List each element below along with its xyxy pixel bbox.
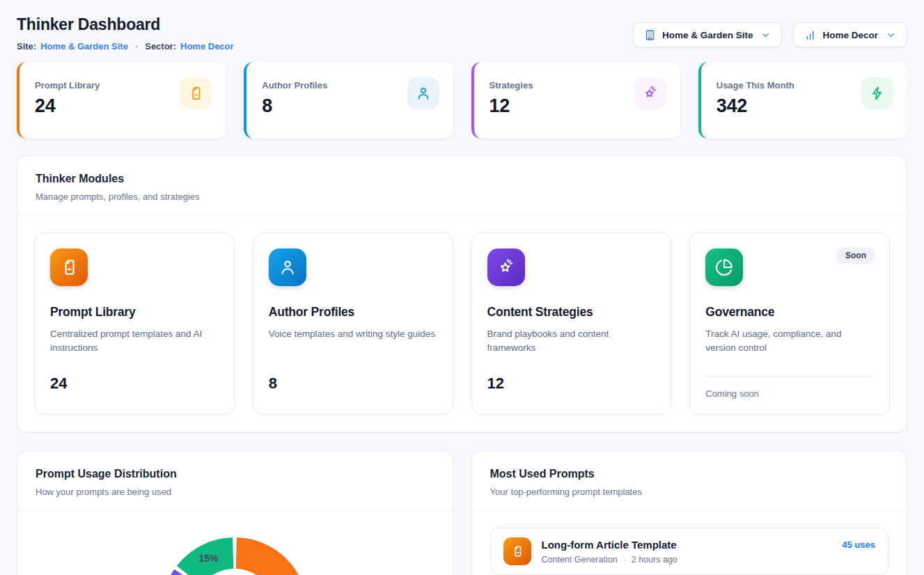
prompt-time: 2 hours ago [632, 555, 678, 565]
prompt-list-item[interactable]: Long-form Article Template Content Gener… [490, 528, 889, 575]
modules-section: Thinker Modules Manage prompts, profiles… [17, 155, 907, 432]
module-title: Content Strategies [487, 305, 656, 320]
document-icon-tile [50, 249, 88, 286]
sector-selector-label: Home Decor [822, 30, 878, 40]
document-icon-tile [180, 77, 212, 109]
module-title: Prompt Library [50, 305, 219, 320]
module-footer-text: Coming soon [705, 388, 874, 399]
stat-value: 24 [35, 95, 100, 117]
stat-info: Author Profiles 8 [262, 77, 327, 117]
usage-card-header: Prompt Usage Distribution How your promp… [17, 451, 453, 511]
stat-info: Prompt Library 24 [35, 77, 100, 117]
stat-value: 12 [490, 95, 533, 117]
dashboard-page: Thinker Dashboard Site: Home & Garden Si… [0, 0, 924, 575]
bottom-row: Prompt Usage Distribution How your promp… [17, 450, 907, 575]
selectors-group: Home & Garden Site Home Decor [633, 22, 907, 47]
chevron-down-icon [760, 30, 771, 40]
donut-chart: 45%25%15%15% [17, 511, 453, 575]
sparkle-star-icon-tile [487, 249, 525, 286]
most-used-prompts-card: Most Used Prompts Your top-performing pr… [471, 450, 908, 575]
modules-header: Thinker Modules Manage prompts, profiles… [17, 156, 907, 216]
stat-label: Author Profiles [262, 80, 327, 90]
building-icon [644, 29, 656, 41]
prompts-card-subtitle: Your top-performing prompt templates [490, 487, 889, 497]
pie-chart-icon-tile [705, 249, 743, 286]
module-footer: Coming soon [705, 368, 874, 399]
site-selector-label: Home & Garden Site [662, 30, 753, 40]
user-icon-tile [269, 249, 306, 286]
module-count: 8 [269, 375, 437, 393]
module-card[interactable]: Author Profiles Voice templates and writ… [253, 233, 453, 415]
stat-card: Strategies 12 [471, 62, 680, 139]
donut-chart-svg: 45%25%15%15% [155, 527, 315, 575]
donut-segment [236, 537, 308, 575]
module-title: Governance [705, 305, 874, 320]
usage-distribution-card: Prompt Usage Distribution How your promp… [17, 450, 453, 575]
module-description: Track AI usage, compliance, and version … [705, 327, 874, 368]
donut-segment-label: 15% [199, 553, 219, 564]
module-divider [705, 376, 874, 377]
sector-selector-button[interactable]: Home Decor [793, 22, 907, 47]
stat-value: 8 [262, 95, 327, 117]
prompt-item-body: Long-form Article Template Content Gener… [542, 539, 678, 565]
module-card[interactable]: Soon Governance Track AI usage, complian… [689, 233, 890, 415]
site-label: Site: [17, 41, 36, 52]
module-description: Centralized prompt templates and AI inst… [50, 327, 219, 368]
prompt-title: Long-form Article Template [542, 539, 678, 551]
page-title: Thinker Dashboard [17, 15, 234, 34]
stat-info: Strategies 12 [490, 77, 533, 117]
bar-chart-icon [804, 29, 816, 41]
lightning-icon-tile [861, 77, 893, 109]
stat-label: Usage This Month [717, 80, 794, 90]
title-block: Thinker Dashboard Site: Home & Garden Si… [17, 15, 234, 52]
site-selector-button[interactable]: Home & Garden Site [633, 22, 783, 47]
document-icon [503, 537, 531, 565]
user-icon-tile [407, 77, 439, 109]
site-link[interactable]: Home & Garden Site [40, 41, 128, 52]
prompts-card-title: Most Used Prompts [490, 468, 889, 480]
module-card[interactable]: Content Strategies Brand playbooks and c… [471, 233, 672, 415]
breadcrumb: Site: Home & Garden Site · Sector: Home … [17, 41, 234, 52]
prompt-category: Content Generation [542, 555, 618, 565]
stat-card: Prompt Library 24 [17, 62, 226, 139]
modules-title: Thinker Modules [36, 173, 888, 185]
stat-card: Author Profiles 8 [244, 62, 453, 139]
stat-card: Usage This Month 342 [698, 62, 907, 139]
stat-label: Prompt Library [35, 80, 100, 90]
sector-link[interactable]: Home Decor [180, 41, 234, 52]
module-count: 12 [487, 375, 656, 393]
module-description: Brand playbooks and content frameworks [487, 327, 656, 368]
stat-info: Usage This Month 342 [717, 77, 794, 117]
modules-grid: Prompt Library Centralized prompt templa… [17, 216, 907, 432]
prompt-uses-badge: 45 uses [842, 539, 875, 550]
module-title: Author Profiles [269, 305, 437, 320]
module-description: Voice templates and writing style guides [269, 327, 437, 368]
top-bar: Thinker Dashboard Site: Home & Garden Si… [17, 15, 907, 52]
soon-badge: Soon [836, 247, 875, 264]
sparkle-star-icon-tile [634, 77, 666, 109]
usage-card-title: Prompt Usage Distribution [36, 468, 434, 480]
modules-subtitle: Manage prompts, profiles, and strategies [36, 191, 888, 202]
stat-value: 342 [717, 95, 794, 117]
usage-card-subtitle: How your prompts are being used [36, 487, 434, 497]
prompt-list: Long-form Article Template Content Gener… [472, 511, 907, 575]
meta-separator: · [623, 555, 626, 565]
prompts-card-header: Most Used Prompts Your top-performing pr… [472, 451, 907, 511]
stat-label: Strategies [490, 80, 533, 90]
module-count: 24 [50, 375, 219, 393]
breadcrumb-separator: · [135, 41, 138, 52]
sector-label: Sector: [145, 41, 176, 52]
module-card[interactable]: Prompt Library Centralized prompt templa… [34, 233, 235, 415]
stats-row: Prompt Library 24 Author Profiles 8 Stra… [17, 62, 907, 139]
prompt-meta: Content Generation · 2 hours ago [542, 555, 678, 565]
chevron-down-icon [886, 30, 896, 40]
